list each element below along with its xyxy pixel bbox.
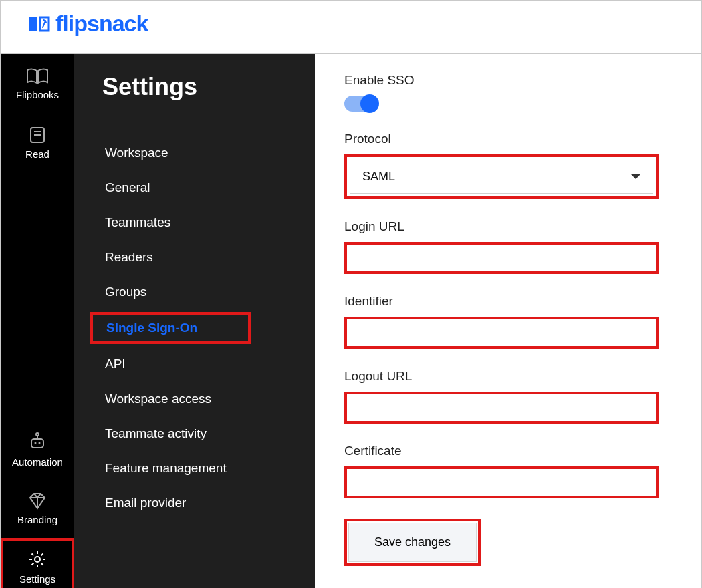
identifier-label: Identifier (344, 294, 688, 309)
svg-point-5 (39, 442, 41, 444)
subnav-item-readers[interactable]: Readers (74, 240, 315, 275)
enable-sso-group: Enable SSO (344, 73, 688, 112)
rail-item-automation[interactable]: Automation (1, 420, 74, 479)
subnav-item-groups[interactable]: Groups (74, 275, 315, 309)
primary-rail: Flipbooks Read Automat (1, 54, 74, 588)
book-open-icon (26, 67, 49, 85)
svg-point-4 (35, 442, 37, 444)
identifier-input-wrap (344, 317, 659, 349)
protocol-value: SAML (362, 170, 395, 184)
logout-url-label: Logout URL (344, 369, 688, 384)
identifier-input[interactable] (347, 319, 656, 346)
login-url-input-wrap (344, 242, 659, 274)
rail-label: Branding (17, 514, 57, 525)
certificate-group: Certificate (344, 444, 688, 498)
app-header: flipsnack (1, 1, 701, 54)
subnav-title: Settings (74, 69, 315, 136)
login-url-input[interactable] (347, 245, 656, 271)
save-changes-button[interactable]: Save changes (348, 523, 477, 562)
login-url-group: Login URL (344, 219, 688, 274)
rail-label: Settings (19, 573, 55, 585)
subnav-item-teammates[interactable]: Teammates (74, 205, 315, 240)
svg-point-7 (36, 433, 39, 436)
rail-label: Automation (12, 456, 63, 468)
flipsnack-icon (27, 15, 50, 33)
subnav-item-api[interactable]: API (74, 347, 315, 382)
login-url-label: Login URL (344, 219, 688, 234)
robot-icon (27, 432, 47, 452)
certificate-input[interactable] (347, 469, 656, 496)
logout-url-input[interactable] (347, 394, 656, 421)
protocol-select[interactable]: SAML (344, 154, 659, 199)
main-layout: Flipbooks Read Automat (1, 54, 701, 588)
sso-form: Enable SSO Protocol SAML Login URL Ident… (315, 54, 701, 588)
subnav-item-feature-management[interactable]: Feature management (74, 451, 315, 486)
chevron-down-icon (631, 174, 640, 179)
subnav-item-teammate-activity[interactable]: Teammate activity (74, 416, 315, 451)
rail-label: Flipbooks (16, 89, 59, 100)
subnav-item-workspace[interactable]: Workspace (74, 136, 315, 170)
certificate-label: Certificate (344, 444, 688, 458)
enable-sso-label: Enable SSO (344, 73, 688, 88)
rail-label: Read (25, 148, 49, 160)
subnav-item-sso[interactable]: Single Sign-On (74, 309, 315, 347)
gear-icon (27, 549, 47, 569)
subnav-item-general[interactable]: General (74, 170, 315, 205)
brand-name: flipsnack (55, 11, 148, 37)
brand-logo[interactable]: flipsnack (27, 11, 148, 37)
logout-url-input-wrap (344, 392, 659, 424)
svg-point-8 (35, 557, 40, 562)
rail-item-read[interactable]: Read (1, 113, 74, 172)
protocol-label: Protocol (344, 132, 688, 146)
logout-url-group: Logout URL (344, 369, 688, 424)
settings-subnav: Settings Workspace General Teammates Rea… (74, 54, 315, 588)
identifier-group: Identifier (344, 294, 688, 349)
diamond-icon (27, 492, 47, 510)
save-button-highlight: Save changes (344, 519, 481, 566)
rail-item-branding[interactable]: Branding (1, 479, 74, 538)
certificate-input-wrap (344, 466, 659, 498)
document-icon (28, 126, 47, 144)
rail-item-flipbooks[interactable]: Flipbooks (1, 54, 74, 113)
subnav-item-label: Single Sign-On (90, 312, 251, 344)
subnav-item-email-provider[interactable]: Email provider (74, 486, 315, 521)
protocol-group: Protocol SAML (344, 132, 688, 199)
subnav-item-workspace-access[interactable]: Workspace access (74, 382, 315, 416)
svg-rect-3 (31, 439, 43, 448)
enable-sso-toggle[interactable] (344, 96, 378, 112)
rail-item-settings[interactable]: Settings (1, 538, 74, 588)
